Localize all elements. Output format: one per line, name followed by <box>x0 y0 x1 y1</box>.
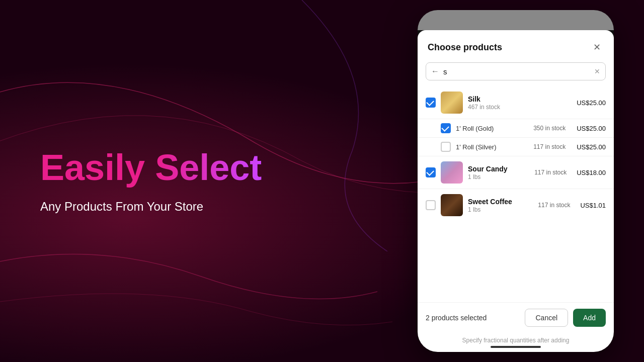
variant-price-silk-gold: US$25.00 <box>577 125 606 132</box>
selected-count: 2 products selected <box>426 314 487 322</box>
variant-name-silk-silver: 1' Roll (Silver) <box>456 143 528 151</box>
variant-name-silk-gold: 1' Roll (Gold) <box>456 125 528 132</box>
product-thumb-coffee <box>441 194 463 216</box>
checkbox-sour-candy[interactable] <box>426 167 436 177</box>
headline-word1: Easily <box>40 147 145 188</box>
product-info-sour-candy: Sour Candy 1 lbs <box>468 165 529 180</box>
phone: Choose products ✕ ← ✕ Silk 467 in stock <box>418 10 614 352</box>
variant-stock-silk-silver: 117 in stock <box>533 143 566 150</box>
headline-word2: Select <box>155 147 262 188</box>
modal-header: Choose products ✕ <box>418 30 614 62</box>
product-thumb-candy <box>441 161 463 184</box>
back-icon[interactable]: ← <box>431 67 439 76</box>
product-price-silk: US$25.00 <box>577 99 606 107</box>
add-button[interactable]: Add <box>573 309 606 327</box>
checkbox-silk[interactable] <box>426 98 436 108</box>
modal-footer: 2 products selected Cancel Add <box>418 302 614 333</box>
product-right-sweet-coffee: 117 in stock US$1.01 <box>538 202 606 209</box>
home-indicator <box>491 346 541 348</box>
cancel-button[interactable]: Cancel <box>525 309 568 327</box>
checkbox-silk-silver[interactable] <box>441 142 451 152</box>
phone-top-bar <box>418 10 614 30</box>
product-meta-sour-candy: 1 lbs <box>468 173 529 180</box>
headline: Easily Select <box>40 148 262 188</box>
product-name-sweet-coffee: Sweet Coffee <box>468 198 533 206</box>
product-name-sour-candy: Sour Candy <box>468 165 529 173</box>
product-thumb-silk <box>441 92 463 114</box>
subheadline: Any Products From Your Store <box>40 200 262 214</box>
phone-wrapper: Choose products ✕ ← ✕ Silk 467 in stock <box>418 0 614 362</box>
product-row-sweet-coffee: Sweet Coffee 1 lbs 117 in stock US$1.01 <box>418 189 614 221</box>
search-bar: ← ✕ <box>426 62 606 80</box>
variant-row-silk-silver: 1' Roll (Silver) 117 in stock US$25.00 <box>418 138 614 156</box>
left-content: Easily Select Any Products From Your Sto… <box>40 148 262 214</box>
close-button[interactable]: ✕ <box>590 40 604 54</box>
product-info-sweet-coffee: Sweet Coffee 1 lbs <box>468 198 533 213</box>
modal-title: Choose products <box>428 42 502 53</box>
product-info-silk: Silk 467 in stock <box>468 95 572 111</box>
modal-hint: Specify fractional quantities after addi… <box>418 333 614 352</box>
product-meta-silk: 467 in stock <box>468 104 572 111</box>
product-name-silk: Silk <box>468 95 572 103</box>
product-row-silk: Silk 467 in stock US$25.00 <box>418 86 614 119</box>
search-clear-icon[interactable]: ✕ <box>594 67 600 75</box>
product-stock-sour-candy: 117 in stock <box>534 169 567 176</box>
product-right-silk: US$25.00 <box>577 99 606 107</box>
footer-buttons: Cancel Add <box>525 309 606 327</box>
product-meta-sweet-coffee: 1 lbs <box>468 206 533 213</box>
product-price-sour-candy: US$18.00 <box>577 169 606 176</box>
checkbox-sweet-coffee[interactable] <box>426 200 436 210</box>
product-list: Silk 467 in stock US$25.00 1' Roll (Gold… <box>418 86 614 302</box>
product-stock-sweet-coffee: 117 in stock <box>538 202 570 209</box>
search-input[interactable] <box>443 67 590 76</box>
variant-price-silk-silver: US$25.00 <box>577 143 606 151</box>
variant-stock-silk-gold: 350 in stock <box>533 125 566 132</box>
checkbox-silk-gold[interactable] <box>441 123 451 133</box>
product-price-sweet-coffee: US$1.01 <box>580 202 606 209</box>
variant-row-silk-gold: 1' Roll (Gold) 350 in stock US$25.00 <box>418 119 614 138</box>
modal-container: Choose products ✕ ← ✕ Silk 467 in stock <box>418 30 614 352</box>
product-row-sour-candy: Sour Candy 1 lbs 117 in stock US$18.00 <box>418 156 614 189</box>
product-right-sour-candy: 117 in stock US$18.00 <box>534 169 606 176</box>
